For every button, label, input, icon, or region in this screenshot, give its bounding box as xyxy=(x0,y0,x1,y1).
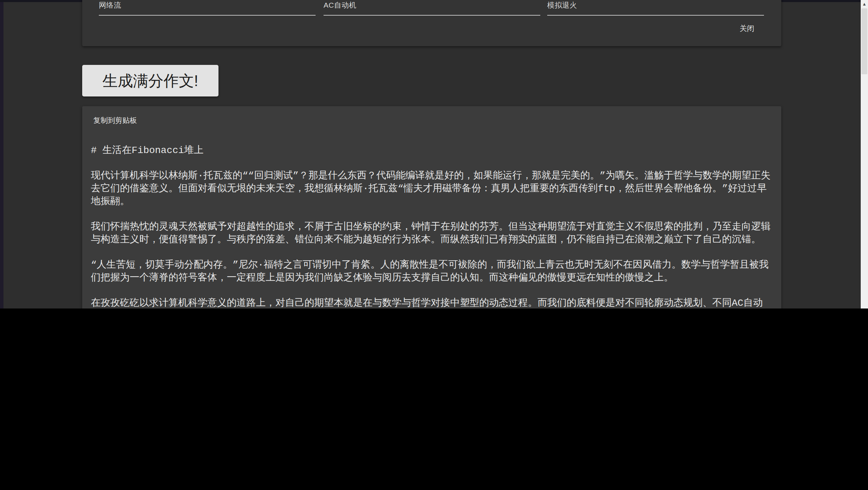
essay-result-card: 复制到剪贴板 # 生活在Fibonacci堆上 现代计算机科学以林纳斯·托瓦兹的… xyxy=(82,106,781,326)
algorithm-field-1[interactable]: 网络流 xyxy=(99,1,316,16)
algorithm-field-1-value: 网络流 xyxy=(99,1,316,10)
algorithm-field-3-value: 模拟退火 xyxy=(547,1,764,10)
essay-paragraph-1: 现代计算机科学以林纳斯·托瓦兹的““回归测试”？那是什么东西？代码能编译就是好的… xyxy=(91,169,771,208)
generate-essay-button[interactable]: 生成满分作文! xyxy=(82,65,218,96)
algorithm-field-2-value: AC自动机 xyxy=(324,1,540,10)
essay-paragraph-3: “人生苦短，切莫手动分配内存。”尼尔·福特之言可谓切中了肯綮。人的离散性是不可袚… xyxy=(91,259,771,284)
algorithm-field-2[interactable]: AC自动机 xyxy=(324,1,540,16)
algorithm-field-3[interactable]: 模拟退火 xyxy=(547,1,764,16)
vertical-scrollbar[interactable]: ▲ xyxy=(861,0,868,309)
copy-to-clipboard-button[interactable]: 复制到剪贴板 xyxy=(87,113,143,128)
scrollbar-thumb[interactable] xyxy=(861,8,867,74)
essay-heading: # 生活在Fibonacci堆上 xyxy=(91,144,771,157)
left-edge-strip xyxy=(0,0,3,309)
essay-paragraph-2: 我们怀揣热忱的灵魂天然被赋予对超越性的追求，不屑于古旧坐标的约束，钟情于在别处的… xyxy=(91,220,771,246)
algorithm-input-dialog: 网络流 AC自动机 模拟退火 关闭 xyxy=(82,0,781,46)
close-button[interactable]: 关闭 xyxy=(728,21,766,36)
scroll-up-icon[interactable]: ▲ xyxy=(861,0,868,8)
essay-content: # 生活在Fibonacci堆上 现代计算机科学以林纳斯·托瓦兹的““回归测试”… xyxy=(82,128,781,322)
offscreen-black-region xyxy=(0,309,868,490)
